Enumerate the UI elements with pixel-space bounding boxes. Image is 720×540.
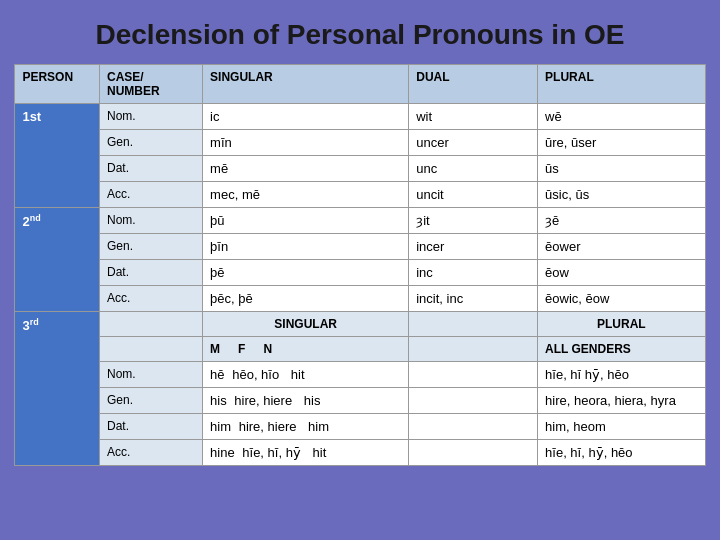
subheader-singular: SINGULAR xyxy=(203,311,409,336)
table-row: 2ndNom.þūȝitȝē xyxy=(15,207,705,233)
page-title: Declension of Personal Pronouns in OE xyxy=(76,0,645,64)
header-plural: PLURAL xyxy=(538,64,706,103)
singular-mfn-cell: hine hīe, hī, hȳ hit xyxy=(203,439,409,465)
person-cell-3rd: 3rd xyxy=(15,311,100,465)
header-dual: DUAL xyxy=(409,64,538,103)
table-row-3rd: Nom.hē hēo, hīo hithīe, hī hȳ, hēo xyxy=(15,361,705,387)
case-cell: Gen. xyxy=(100,233,203,259)
table-row-3rd: Dat.him hire, hiere himhim, heom xyxy=(15,413,705,439)
singular-cell: þē xyxy=(203,259,409,285)
all-genders-header: ALL GENDERS xyxy=(538,336,706,361)
table-row: 1stNom.icwitwē xyxy=(15,103,705,129)
table-row: Acc.þēc, þēincit, incēowic, ēow xyxy=(15,285,705,311)
plural-cell-3rd: him, heom xyxy=(538,413,706,439)
singular-mfn-cell: his hire, hiere his xyxy=(203,387,409,413)
header-singular: SINGULAR xyxy=(203,64,409,103)
case-cell: Nom. xyxy=(100,361,203,387)
table-row-3rd: Acc.hine hīe, hī, hȳ hithīe, hī, hȳ, hēo xyxy=(15,439,705,465)
plural-cell: ȝē xyxy=(538,207,706,233)
table-row: Dat.þēincēow xyxy=(15,259,705,285)
singular-cell: mīn xyxy=(203,129,409,155)
header-row: PERSON CASE/ NUMBER SINGULAR DUAL PLURAL xyxy=(15,64,705,103)
dual-cell: uncer xyxy=(409,129,538,155)
table-row: Dat.mēuncūs xyxy=(15,155,705,181)
singular-cell: mē xyxy=(203,155,409,181)
case-cell: Acc. xyxy=(100,181,203,207)
plural-cell-3rd: hīe, hī, hȳ, hēo xyxy=(538,439,706,465)
dual-cell: inc xyxy=(409,259,538,285)
declension-table: PERSON CASE/ NUMBER SINGULAR DUAL PLURAL… xyxy=(14,64,705,466)
singular-cell: mec, mē xyxy=(203,181,409,207)
plural-cell-3rd: hīe, hī hȳ, hēo xyxy=(538,361,706,387)
subheader-row-1: 3rdSINGULARPLURAL xyxy=(15,311,705,336)
case-cell: Gen. xyxy=(100,129,203,155)
dual-cell: wit xyxy=(409,103,538,129)
case-cell: Dat. xyxy=(100,413,203,439)
dual-cell: uncit xyxy=(409,181,538,207)
table-wrapper: PERSON CASE/ NUMBER SINGULAR DUAL PLURAL… xyxy=(14,64,705,466)
case-cell: Nom. xyxy=(100,207,203,233)
header-case: CASE/ NUMBER xyxy=(100,64,203,103)
table-row: Acc.mec, mēuncitūsic, ūs xyxy=(15,181,705,207)
case-cell: Acc. xyxy=(100,439,203,465)
mfn-header: MFN xyxy=(203,336,409,361)
plural-cell: ēow xyxy=(538,259,706,285)
singular-cell: þū xyxy=(203,207,409,233)
dual-cell: ȝit xyxy=(409,207,538,233)
singular-cell: ic xyxy=(203,103,409,129)
case-cell: Nom. xyxy=(100,103,203,129)
person-cell: 2nd xyxy=(15,207,100,311)
case-cell: Dat. xyxy=(100,155,203,181)
plural-cell-3rd: hire, heora, hiera, hyra xyxy=(538,387,706,413)
subheader-plural: PLURAL xyxy=(538,311,706,336)
dual-cell: unc xyxy=(409,155,538,181)
dual-cell: incit, inc xyxy=(409,285,538,311)
plural-cell: ūs xyxy=(538,155,706,181)
subheader-row-2: MFNALL GENDERS xyxy=(15,336,705,361)
table-row: Gen.mīnuncerūre, ūser xyxy=(15,129,705,155)
plural-cell: ēower xyxy=(538,233,706,259)
case-cell: Acc. xyxy=(100,285,203,311)
singular-mfn-cell: hē hēo, hīo hit xyxy=(203,361,409,387)
plural-cell: ūsic, ūs xyxy=(538,181,706,207)
singular-cell: þēc, þē xyxy=(203,285,409,311)
person-cell: 1st xyxy=(15,103,100,207)
plural-cell: ūre, ūser xyxy=(538,129,706,155)
table-row-3rd: Gen.his hire, hiere hishire, heora, hier… xyxy=(15,387,705,413)
table-row: Gen.þīnincerēower xyxy=(15,233,705,259)
singular-cell: þīn xyxy=(203,233,409,259)
singular-mfn-cell: him hire, hiere him xyxy=(203,413,409,439)
header-person: PERSON xyxy=(15,64,100,103)
case-cell: Dat. xyxy=(100,259,203,285)
case-cell: Gen. xyxy=(100,387,203,413)
dual-cell: incer xyxy=(409,233,538,259)
plural-cell: wē xyxy=(538,103,706,129)
plural-cell: ēowic, ēow xyxy=(538,285,706,311)
